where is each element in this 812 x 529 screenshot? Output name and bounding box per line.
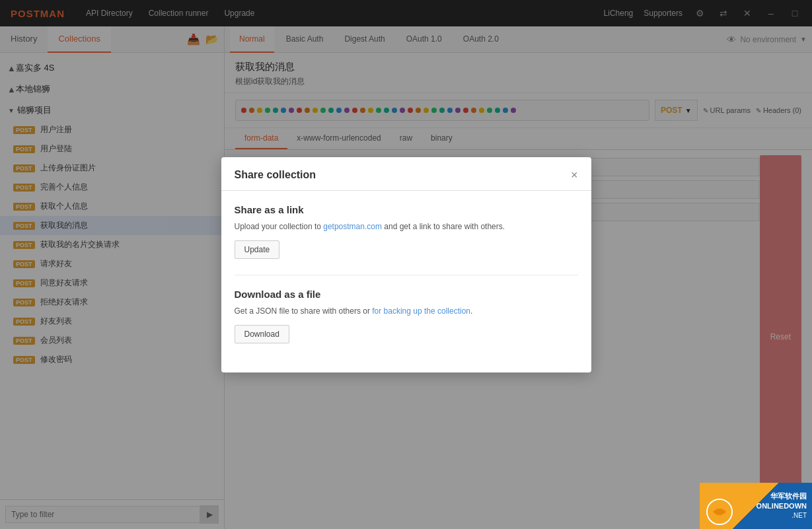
modal-header: Share collection × xyxy=(221,157,591,191)
share-desc-1: Upload your collection to xyxy=(235,222,324,231)
modal-overlay[interactable]: Share collection × Share as a link Uploa… xyxy=(0,0,812,529)
download-desc-1: Get a JSON file to share with others or xyxy=(235,306,373,316)
share-desc-2: and get a link to share with others. xyxy=(382,222,505,231)
modal-divider xyxy=(235,275,578,275)
share-as-link-title: Share as a link xyxy=(235,204,578,215)
watermark-line3: .NET xyxy=(757,511,807,520)
share-link-text[interactable]: getpostman.com xyxy=(323,222,382,231)
watermark-line1: 华军软件园 xyxy=(757,491,807,501)
share-collection-modal: Share collection × Share as a link Uploa… xyxy=(221,157,591,372)
watermark: 华军软件园 ONLINEDOWN .NET xyxy=(700,483,812,529)
watermark-inner: 华军软件园 ONLINEDOWN .NET xyxy=(700,483,812,529)
share-as-link-section: Share as a link Upload your collection t… xyxy=(235,204,578,259)
share-as-link-desc: Upload your collection to getpostman.com… xyxy=(235,221,578,232)
modal-body: Share as a link Upload your collection t… xyxy=(221,191,591,372)
watermark-line2: ONLINEDOWN xyxy=(757,501,807,511)
download-desc-2: . xyxy=(470,306,472,316)
download-button[interactable]: Download xyxy=(235,325,289,343)
download-as-file-title: Download as a file xyxy=(235,289,578,300)
download-as-file-section: Download as a file Get a JSON file to sh… xyxy=(235,289,578,343)
modal-title: Share collection xyxy=(235,169,316,181)
download-as-file-desc: Get a JSON file to share with others or … xyxy=(235,305,578,317)
download-link-text[interactable]: for backing up the collection xyxy=(372,306,470,316)
update-button[interactable]: Update xyxy=(235,240,280,259)
modal-close-button[interactable]: × xyxy=(571,169,578,181)
